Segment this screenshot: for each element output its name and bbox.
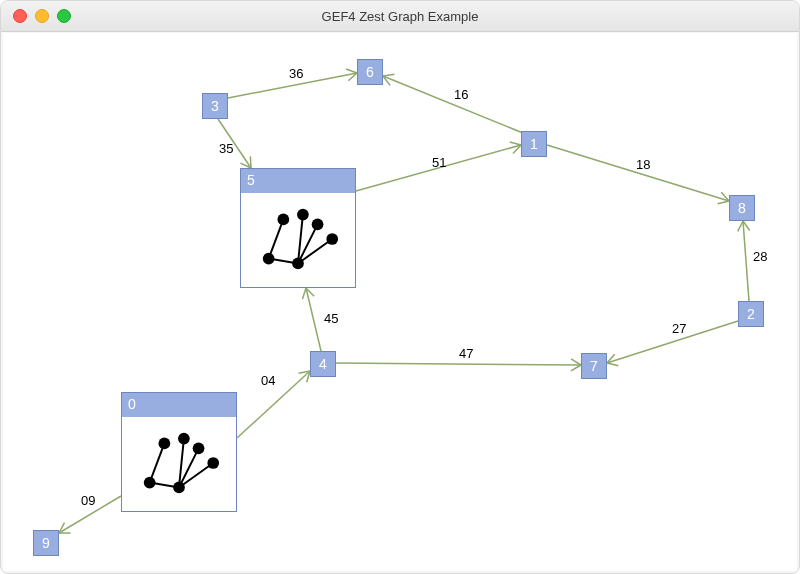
graph-edge[interactable] — [547, 145, 729, 201]
svg-line-11 — [269, 219, 284, 258]
svg-point-18 — [292, 258, 304, 270]
node-label: 1 — [530, 136, 538, 152]
node-label: 6 — [366, 64, 374, 80]
graph-node[interactable]: 3 — [202, 93, 228, 119]
graph-edge[interactable] — [743, 221, 749, 301]
edge-label: 27 — [672, 321, 686, 336]
graph-node[interactable]: 2 — [738, 301, 764, 327]
edge-label: 16 — [454, 87, 468, 102]
graph-node[interactable]: 6 — [357, 59, 383, 85]
svg-point-20 — [312, 218, 324, 230]
node-label: 4 — [319, 356, 327, 372]
svg-line-0 — [150, 443, 165, 482]
titlebar[interactable]: GEF4 Zest Graph Example — [1, 1, 799, 32]
graph-node[interactable]: 5 — [240, 168, 356, 288]
edge-label: 51 — [432, 155, 446, 170]
graph-node[interactable]: 0 — [121, 392, 237, 512]
edge-label: 35 — [219, 141, 233, 156]
inner-graph-icon — [126, 419, 232, 507]
edge-label: 45 — [324, 311, 338, 326]
node-label: 3 — [211, 98, 219, 114]
inner-graph-icon — [245, 195, 351, 283]
edge-label: 09 — [81, 493, 95, 508]
graph-node[interactable]: 4 — [310, 351, 336, 377]
graph-edge[interactable] — [336, 363, 581, 365]
node-label: 7 — [590, 358, 598, 374]
node-label: 2 — [747, 306, 755, 322]
edge-label: 36 — [289, 66, 303, 81]
svg-point-17 — [277, 214, 289, 226]
node-label: 5 — [247, 172, 255, 188]
node-label: 8 — [738, 200, 746, 216]
graph-canvas[interactable]: 0409161827283536454751 1 2 3 4 6 7 8 9 0 — [3, 33, 797, 571]
svg-point-10 — [207, 457, 219, 469]
graph-node[interactable]: 7 — [581, 353, 607, 379]
edge-label: 04 — [261, 373, 275, 388]
window-title: GEF4 Zest Graph Example — [1, 9, 799, 24]
svg-point-8 — [178, 433, 190, 445]
svg-point-5 — [144, 477, 156, 489]
svg-point-9 — [193, 442, 205, 454]
app-window: GEF4 Zest Graph Example 0409161827283536… — [0, 0, 800, 574]
node-label: 0 — [128, 396, 136, 412]
svg-point-21 — [326, 233, 338, 245]
edge-label: 28 — [753, 249, 767, 264]
graph-node[interactable]: 8 — [729, 195, 755, 221]
edge-label: 18 — [636, 157, 650, 172]
svg-point-6 — [158, 438, 170, 450]
graph-node[interactable]: 9 — [33, 530, 59, 556]
graph-edge[interactable] — [383, 76, 523, 133]
edge-label: 47 — [459, 346, 473, 361]
node-label: 9 — [42, 535, 50, 551]
graph-node[interactable]: 1 — [521, 131, 547, 157]
graph-edge[interactable] — [306, 288, 321, 351]
svg-point-16 — [263, 253, 275, 265]
svg-point-7 — [173, 482, 185, 494]
svg-point-19 — [297, 209, 309, 221]
